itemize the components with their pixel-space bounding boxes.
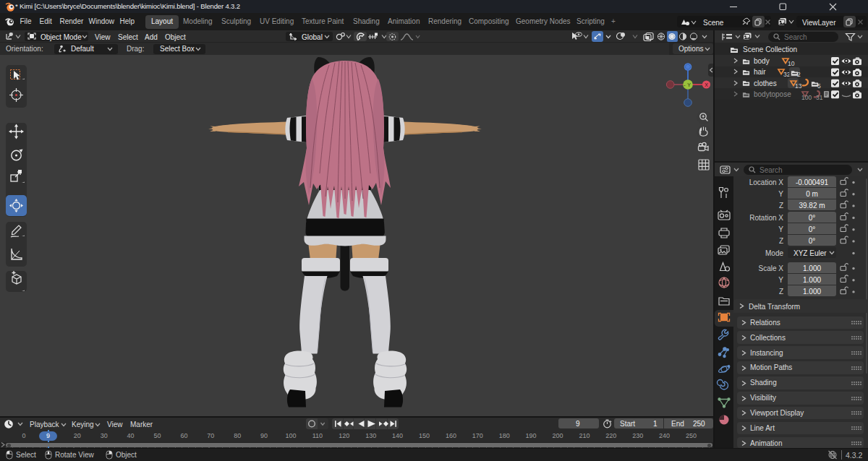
svg-text:X: X xyxy=(705,82,708,87)
svg-text:Y: Y xyxy=(687,82,691,87)
